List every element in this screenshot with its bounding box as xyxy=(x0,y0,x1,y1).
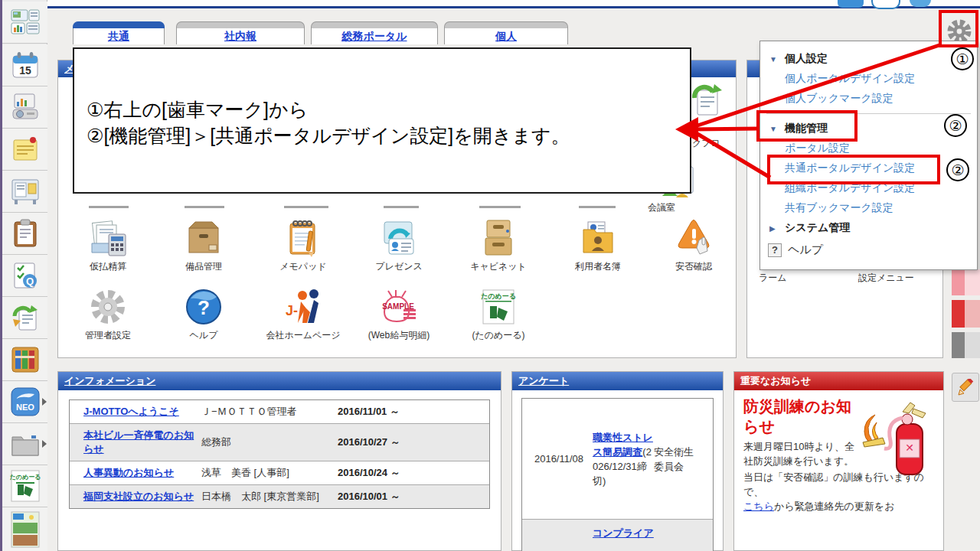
theme-color-swatch-gray xyxy=(952,332,980,358)
info-date: 2016/10/01 ～ xyxy=(338,490,437,504)
app-label: プレゼンス xyxy=(359,260,439,273)
app-presence[interactable]: プレゼンス xyxy=(359,217,439,273)
tab-label: 個人 xyxy=(495,30,517,44)
sidebar-item-travel-banner[interactable] xyxy=(2,507,47,551)
app-safety-confirmation[interactable]: 安否確認 xyxy=(654,217,733,273)
question-icon: ? xyxy=(768,243,782,257)
app-web-payslip[interactable]: SAMPLE (Web給与明細) xyxy=(359,286,439,342)
survey-owner: 安全衛生委員会 xyxy=(654,445,701,474)
workflow-app-icon[interactable] xyxy=(688,81,725,118)
tab-company-news[interactable]: 社内報 xyxy=(176,21,305,44)
information-row: 福岡支社設立のお知らせ 日本橋 太郎 [東京営業部] 2016/10/01 ～ xyxy=(70,485,489,508)
tab-personal[interactable]: 個人 xyxy=(444,21,568,44)
clipboard-icon xyxy=(11,218,39,249)
clipped-label-fragment xyxy=(479,206,521,208)
fire-extinguisher-image: ✕ xyxy=(849,395,933,490)
info-date: 2016/10/24 ～ xyxy=(338,466,437,480)
survey-row: 2016/11/08 職業性ストレス簡易調査(2026/12/31締切) 安全衛… xyxy=(522,399,713,520)
sidebar-item-tanomail[interactable]: たのめーる xyxy=(2,465,47,507)
web-payslip-icon: SAMPLE xyxy=(378,286,420,328)
sidebar-item-schedule[interactable]: 15 xyxy=(2,44,47,86)
app-label: 管理者設定 xyxy=(68,329,148,342)
neo-icon: NEO xyxy=(10,386,41,417)
workflow-label-fragment: クフロ xyxy=(692,137,720,150)
header-chat-icon[interactable] xyxy=(871,0,900,9)
sidebar-item-workflow[interactable] xyxy=(2,297,47,339)
menu-item-shared-bookmark[interactable]: 共有ブックマーク設定 xyxy=(760,198,977,218)
menu-item-personal-portal-design[interactable]: 個人ポータルデザイン設定 xyxy=(760,69,977,89)
sidebar-item-survey[interactable]: Q xyxy=(2,255,47,297)
app-help[interactable]: ? ヘルプ xyxy=(164,286,243,342)
information-header[interactable]: インフォメーション xyxy=(58,372,501,390)
app-admin-settings[interactable]: 管理者設定 xyxy=(68,286,148,342)
information-title: インフォメーション xyxy=(64,374,155,388)
info-link[interactable]: 人事異動のお知らせ xyxy=(70,466,201,480)
projector-icon xyxy=(10,93,41,122)
info-date: 2016/10/27 ～ xyxy=(338,435,437,449)
menu-group-system-management[interactable]: ▶ システム管理 xyxy=(760,218,977,238)
info-link[interactable]: 本社ビル一斉停電のお知らせ xyxy=(70,429,201,456)
information-portlet: インフォメーション J-MOTTOへようこそ Ｊ−ＭＯＴＴＯ管理者 2016/1… xyxy=(57,371,501,551)
app-cabinet[interactable]: キャビネット xyxy=(459,217,538,273)
menu-item-portal-settings[interactable]: ポータル設定 xyxy=(760,139,977,158)
info-link[interactable]: 福岡支社設立のお知らせ xyxy=(70,490,201,504)
neo-label: NEO xyxy=(16,403,34,412)
tab-common[interactable]: 共通 xyxy=(73,21,165,44)
menu-item-org-portal-design[interactable]: 組織ポータルデザイン設定 xyxy=(760,178,977,198)
app-memo-pad[interactable]: メモパッド xyxy=(263,217,343,273)
clipped-label-fragment xyxy=(384,206,419,208)
expense-calculator-icon xyxy=(87,217,129,259)
info-link[interactable]: J-MOTTOへようこそ xyxy=(70,405,201,419)
menu-item-help[interactable]: ? ヘルプ xyxy=(760,238,977,257)
sidebar-item-bulletin-board[interactable] xyxy=(2,171,47,213)
chevron-down-icon: ▼ xyxy=(769,125,785,133)
survey-table: 2016/11/08 職業性ストレス簡易調査(2026/12/31締切) 安全衛… xyxy=(521,398,714,551)
menu-item-common-portal-design[interactable]: 共通ポータルデザイン設定 xyxy=(760,158,977,178)
sidebar-item-facility-reservation[interactable] xyxy=(2,86,47,129)
survey-portlet: アンケート 2016/11/08 職業性ストレス簡易調査(2026/12/31締… xyxy=(511,371,724,551)
menu-group-personal[interactable]: ▼ 個人設定 xyxy=(760,49,977,69)
menu-group-label: システム管理 xyxy=(785,221,850,235)
header-app-icon[interactable] xyxy=(838,0,864,8)
survey-link[interactable]: コンプライア xyxy=(593,527,654,539)
sidebar-item-circular[interactable] xyxy=(2,213,47,255)
tab-label: 共通 xyxy=(108,30,129,44)
tab-general-affairs-portal[interactable]: 総務ポータル xyxy=(311,21,438,44)
svg-text:たのめーる: たのめーる xyxy=(481,292,516,300)
information-table: J-MOTTOへようこそ Ｊ−ＭＯＴＴＯ管理者 2016/11/01 ～ 本社ビ… xyxy=(69,399,490,509)
cabinet-icon xyxy=(478,217,519,259)
chevron-right-icon: ▶ xyxy=(769,224,785,233)
menu-group-label: 個人設定 xyxy=(785,52,828,66)
tanomail-icon: たのめーる xyxy=(10,469,41,503)
app-sidebar: 15 xyxy=(0,0,47,551)
edit-pencil-button[interactable] xyxy=(952,373,979,402)
sidebar-item-folder[interactable] xyxy=(2,423,47,465)
sidebar-item-document-management[interactable] xyxy=(2,339,47,381)
survey-date: 2016/11/08 xyxy=(525,453,593,465)
safety-check-icon xyxy=(673,217,714,259)
sidebar-item-memo[interactable] xyxy=(2,129,47,171)
clipped-label-fragment xyxy=(185,206,224,208)
notice-link[interactable]: こちら xyxy=(743,500,774,512)
app-label: ヘルプ xyxy=(164,329,243,342)
settings-dropdown-menu: ▼ 個人設定 個人ポータルデザイン設定 個人ブックマーク設定 ▼ 機能管理 ポー… xyxy=(760,41,978,270)
menu-item-personal-bookmark[interactable]: 個人ブックマーク設定 xyxy=(760,89,977,109)
app-supplies-management[interactable]: 備品管理 xyxy=(164,217,243,273)
app-user-directory[interactable]: 利用者名簿 xyxy=(558,217,638,273)
tanomail-icon: たのめーる xyxy=(478,286,519,328)
app-company-homepage[interactable]: J- 会社ホームページ xyxy=(263,286,343,342)
info-author: 浅草 美香 [人事部] xyxy=(201,466,338,480)
expand-arrow-icon[interactable] xyxy=(42,398,47,406)
app-label: 利用者名簿 xyxy=(558,260,638,273)
menu-group-label: 機能管理 xyxy=(785,122,828,135)
survey-header[interactable]: アンケート xyxy=(512,372,723,390)
sidebar-item-neo[interactable]: NEO xyxy=(2,381,47,423)
sidebar-item-portal[interactable] xyxy=(2,2,47,44)
expand-arrow-icon[interactable] xyxy=(42,440,47,448)
app-label: 備品管理 xyxy=(164,260,243,273)
app-tanomail[interactable]: たのめーる (たのめーる) xyxy=(459,286,538,342)
notice-paragraph-1: 来週月曜日10時より、全社防災訓練を行います。 xyxy=(743,439,858,468)
tab-top-bar xyxy=(444,21,568,28)
app-expense-settlement[interactable]: 仮払精算 xyxy=(68,217,148,273)
presence-icon xyxy=(378,217,420,259)
